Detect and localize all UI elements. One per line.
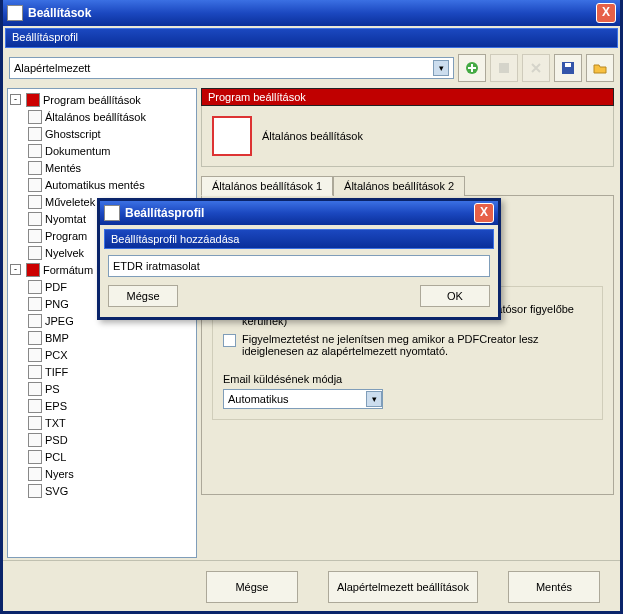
settings-window: Beállítások X Beállításprofil Alapértelm… [0, 0, 623, 614]
ps-icon [28, 382, 42, 396]
tree-item-autosave[interactable]: Automatikus mentés [10, 176, 194, 193]
dialog-titlebar: Beállításprofil X [100, 201, 498, 225]
email-mode-label: Email küldésének módja [223, 373, 592, 385]
printer-icon [28, 212, 42, 226]
png-icon [28, 297, 42, 311]
window-titlebar: Beállítások X [3, 0, 620, 26]
email-mode-value: Automatikus [224, 393, 366, 405]
profile-select-value: Alapértelmezett [14, 62, 90, 74]
defaults-button[interactable]: Alapértelmezett beállítások [328, 571, 478, 603]
no-warning-label: Figyelmeztetést ne jelenítsen meg amikor… [242, 333, 592, 357]
email-mode-select[interactable]: Automatikus ▾ [223, 389, 383, 409]
pcl-icon [28, 450, 42, 464]
save-profile-button[interactable] [554, 54, 582, 82]
raw-icon [28, 467, 42, 481]
tree-item-ps[interactable]: PS [10, 380, 194, 397]
tree-item-svg[interactable]: SVG [10, 482, 194, 499]
dialog-title: Beállításprofil [125, 206, 474, 220]
no-warning-row: Figyelmeztetést ne jelenítsen meg amikor… [223, 333, 592, 357]
open-folder-button[interactable] [586, 54, 614, 82]
collapse-icon[interactable]: - [10, 94, 21, 105]
section-description: Általános beállítások [201, 106, 614, 167]
settings-tree[interactable]: - Program beállítások Általános beállítá… [7, 88, 197, 558]
bmp-icon [28, 331, 42, 345]
svg-icon [28, 484, 42, 498]
pdf-large-icon [212, 116, 252, 156]
app-icon [104, 205, 120, 221]
eps-icon [28, 399, 42, 413]
tree-group-label: Program beállítások [43, 94, 141, 106]
tab-general-1[interactable]: Általános beállítások 1 [201, 176, 333, 196]
dialog-body: Mégse OK [100, 253, 498, 317]
pdf-icon [28, 280, 42, 294]
collapse-icon[interactable]: - [10, 264, 21, 275]
delete-profile-button [522, 54, 550, 82]
profile-section-header: Beállításprofil [5, 28, 618, 48]
psd-icon [28, 433, 42, 447]
svg-rect-3 [565, 63, 571, 67]
floppy-icon [28, 161, 42, 175]
main-area: - Program beállítások Általános beállítá… [3, 86, 620, 560]
txt-icon [28, 416, 42, 430]
chevron-down-icon: ▾ [366, 391, 382, 407]
tree-item-document[interactable]: Dokumentum [10, 142, 194, 159]
window-close-button[interactable]: X [596, 3, 616, 23]
tree-item-general[interactable]: Általános beállítások [10, 108, 194, 125]
tree-group-program[interactable]: - Program beállítások [10, 91, 194, 108]
tree-item-save[interactable]: Mentés [10, 159, 194, 176]
app-icon [7, 5, 23, 21]
format-group-icon [26, 263, 40, 277]
auto-icon [28, 178, 42, 192]
no-warning-checkbox[interactable] [223, 334, 236, 347]
profile-select[interactable]: Alapértelmezett ▾ [9, 57, 454, 79]
tree-item-pcl[interactable]: PCL [10, 448, 194, 465]
settings-content: Program beállítások Általános beállításo… [201, 88, 614, 558]
tab-strip: Általános beállítások 1 Általános beállí… [201, 175, 614, 195]
save-button[interactable]: Mentés [508, 571, 600, 603]
tiff-icon [28, 365, 42, 379]
tree-item-psd[interactable]: PSD [10, 431, 194, 448]
dialog-subtitle: Beállításprofil hozzáadása [104, 229, 494, 249]
tree-item-eps[interactable]: EPS [10, 397, 194, 414]
ghost-icon [28, 127, 42, 141]
add-profile-button[interactable] [458, 54, 486, 82]
dialog-button-row: Mégse OK [108, 285, 490, 307]
tree-item-ghostscript[interactable]: Ghostscript [10, 125, 194, 142]
document-icon [28, 144, 42, 158]
dialog-ok-button[interactable]: OK [420, 285, 490, 307]
pcx-icon [28, 348, 42, 362]
tree-item-tiff[interactable]: TIFF [10, 363, 194, 380]
actions-icon [28, 195, 42, 209]
add-profile-dialog: Beállításprofil X Beállításprofil hozzáa… [97, 198, 501, 320]
tree-item-raw[interactable]: Nyers [10, 465, 194, 482]
page-icon [28, 110, 42, 124]
email-mode-row: Email küldésének módja Automatikus ▾ [223, 373, 592, 409]
section-header: Program beállítások [201, 88, 614, 106]
dialog-close-button[interactable]: X [474, 203, 494, 223]
jpeg-icon [28, 314, 42, 328]
tree-item-txt[interactable]: TXT [10, 414, 194, 431]
dialog-cancel-button[interactable]: Mégse [108, 285, 178, 307]
profile-name-input[interactable] [108, 255, 490, 277]
app-icon-small [28, 229, 42, 243]
program-group-icon [26, 93, 40, 107]
chevron-down-icon: ▾ [433, 60, 449, 76]
tree-item-bmp[interactable]: BMP [10, 329, 194, 346]
profile-toolbar: Alapértelmezett ▾ [3, 50, 620, 86]
dialog-button-bar: Mégse Alapértelmezett beállítások Mentés [3, 560, 620, 613]
rename-profile-button [490, 54, 518, 82]
tree-item-pcx[interactable]: PCX [10, 346, 194, 363]
cancel-button[interactable]: Mégse [206, 571, 298, 603]
flag-icon [28, 246, 42, 260]
tab-general-2[interactable]: Általános beállítások 2 [333, 176, 465, 196]
section-subtitle: Általános beállítások [262, 130, 363, 142]
svg-rect-1 [499, 63, 509, 73]
window-title: Beállítások [28, 6, 596, 20]
